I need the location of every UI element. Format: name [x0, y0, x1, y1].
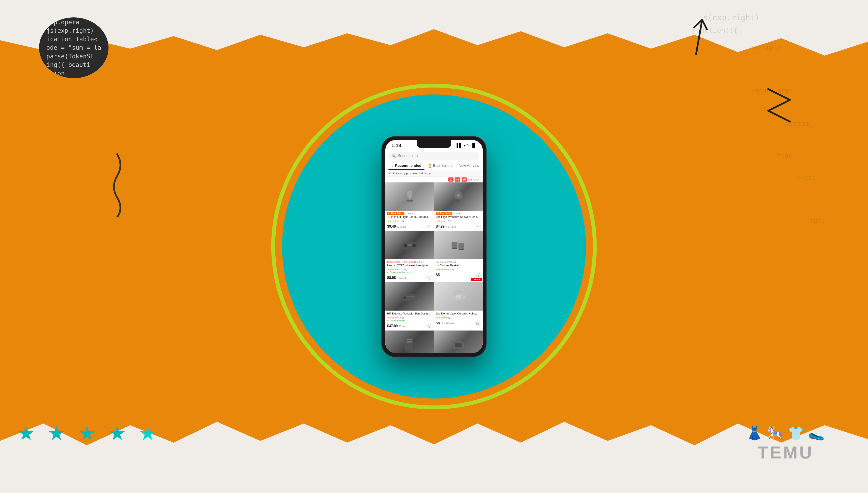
svg-point-6: [457, 194, 460, 197]
products-grid: #1 Best Seller in Lighting 10 Inch Fill …: [385, 183, 483, 353]
temu-icon-dress: 👗: [747, 426, 763, 441]
product-card-4[interactable]: in Home Storage & rty Clothes Basket,...…: [434, 231, 483, 282]
star-4: ★: [109, 424, 130, 445]
svg-rect-18: [407, 297, 415, 297]
sold-2: 9.1k+ sold: [446, 226, 456, 228]
shipping-text: Free shipping on first order: [392, 171, 431, 175]
svg-rect-22: [407, 339, 412, 340]
temu-text-label: TEMU: [757, 443, 814, 463]
price-4: $5: [436, 273, 440, 277]
bg-code-text-8: func: [810, 217, 825, 224]
shipping-checkmark: ✓: [388, 171, 391, 175]
stars-decoration: ★ ★ ★ ★ ★: [17, 424, 161, 445]
timer-area: 12 41 15 left today: [385, 176, 483, 183]
tab-new-arrivals-label: New Arrivals: [459, 164, 479, 168]
sold-6: 475 sold: [446, 322, 455, 325]
price-sold-2: $4.99 9.1k+ sold: [436, 224, 457, 229]
tab-recommended-label: Recommended: [395, 164, 421, 168]
cart-btn-6[interactable]: 🛒: [475, 320, 481, 326]
product-name-4: rty Clothes Basket,...: [436, 264, 481, 267]
cart-btn-1[interactable]: 🛒: [426, 223, 432, 230]
product-image-4: [434, 231, 483, 259]
svg-point-8: [404, 244, 407, 248]
badge-row-2: #3 Best Seller in Bath: [436, 212, 481, 215]
cart-btn-4[interactable]: 🛒: [475, 272, 481, 278]
product-image-3: [385, 231, 434, 259]
product-card-2[interactable]: #3 Best Seller in Bath 1pc High-Pressure…: [434, 183, 483, 231]
squiggle-decoration: [104, 152, 130, 217]
price-row-5: $37.99 76 sold 🛒: [387, 323, 432, 329]
direct-from-5: ✔ Direct from HP: [387, 319, 432, 322]
svg-rect-23: [407, 341, 412, 343]
product-card-7[interactable]: #1 Best Seller in Kitchen Storage... 1pc…: [385, 330, 434, 353]
review-count-3: (1,128): [399, 268, 407, 271]
sold-5: 76 sold: [398, 325, 406, 327]
tab-best-sellers-label: Best Sellers: [433, 164, 453, 168]
product-image-1: [385, 183, 434, 211]
product-image-6: [434, 282, 483, 310]
timer-minutes: 41: [455, 177, 460, 181]
search-bar[interactable]: 🔍 Best sellers: [388, 152, 480, 160]
product-card-5[interactable]: hp HP External Portable Slim Desig... ★★…: [385, 282, 434, 330]
stars-4: ★★★★★ (184): [436, 268, 481, 271]
bg-code-text-6: func: [777, 152, 792, 159]
cart-btn-3[interactable]: 🛒: [426, 275, 432, 281]
price-5: $37.99: [387, 324, 398, 328]
product-image-2: [434, 183, 483, 211]
product-card-8[interactable]: #4 Best Sell... Lenovo Th... ★★★★★ ✔ Dir…: [434, 330, 483, 353]
product-info-3: Special sale | Ends in 02:16:32:58 Lenov…: [385, 259, 434, 282]
product-image-8: [434, 330, 483, 353]
stars-3: ★★★★★ (1,128): [387, 268, 432, 271]
status-time: 1:18: [391, 143, 401, 148]
svg-point-3: [407, 190, 412, 199]
temu-icon-shirt: 👕: [788, 426, 804, 441]
cart-btn-5[interactable]: 🛒: [426, 323, 432, 329]
temu-logo: 👗 🎠 👕 🥿 TEMU: [747, 426, 825, 463]
svg-point-16: [404, 297, 406, 299]
price-sold-5: $37.99 76 sold: [387, 324, 407, 328]
sold-3: 345 sold: [397, 277, 406, 279]
tab-recommended[interactable]: ✓ Recommended: [388, 162, 425, 170]
best-seller-badge-2: #3 Best Seller: [436, 212, 453, 215]
svg-point-9: [412, 244, 416, 248]
product-card-1[interactable]: #1 Best Seller in Lighting 10 Inch Fill …: [385, 183, 434, 231]
svg-rect-5: [456, 199, 460, 202]
product-card-3[interactable]: Special sale | Ends in 02:16:32:58 Lenov…: [385, 231, 434, 282]
shipping-banner: ✓ Free shipping on first order: [385, 170, 483, 176]
price-sold-1: $9.49 724 sold: [387, 224, 406, 229]
timer-label: left today: [468, 178, 480, 181]
phone-screen: 1:18 ▌▌ ▾◠ ▐▌ 🔍 Best sellers ✓ Recommend…: [385, 140, 483, 353]
category-1: in Lighting: [405, 212, 415, 215]
direct-from-3: ✔ Direct from Lenovo: [387, 271, 432, 274]
battery-icon: ▐▌: [471, 143, 477, 148]
sold-1: 724 sold: [397, 226, 406, 228]
price-sold-6: $8.99 475 sold: [436, 321, 455, 325]
stars-2: ★★★★½ (551): [436, 219, 481, 222]
zigzag-decoration: [766, 87, 792, 126]
product-info-2: #3 Best Seller in Bath 1pc High-Pressure…: [434, 211, 483, 231]
temu-icons: 👗 🎠 👕 🥿: [747, 426, 825, 441]
temu-icon-shoe: 🥿: [808, 426, 825, 441]
svg-rect-2: [407, 200, 413, 201]
verified-icon-3: ✔: [387, 271, 389, 274]
bg-code-text-7: <<cri: [796, 174, 816, 181]
review-count-6: (53): [448, 317, 453, 319]
svg-rect-26: [452, 349, 465, 350]
price-3: $8.98: [387, 276, 396, 279]
product-name-2: 1pc High-Pressure Shower Head...: [436, 215, 481, 219]
cart-btn-2[interactable]: 🛒: [475, 223, 481, 230]
review-count-1: (16): [399, 220, 404, 222]
best-seller-badge-1: #1 Best Seller: [387, 212, 404, 215]
product-info-4: in Home Storage & rty Clothes Basket,...…: [434, 259, 483, 279]
verified-icon-5: ✔: [387, 319, 389, 322]
tab-best-sellers[interactable]: 🏆 Best Sellers: [425, 162, 456, 170]
bg-code-text-3: <script>: [750, 43, 781, 51]
price-row-6: $8.99 475 sold 🛒: [436, 320, 481, 326]
tab-new-arrivals[interactable]: New Arrivals: [456, 162, 482, 170]
product-info-1: #1 Best Seller in Lighting 10 Inch Fill …: [385, 211, 434, 231]
price-2: $4.99: [436, 224, 444, 228]
product-card-6[interactable]: 1pc Donut Vase, Ceramic Hollow... ★★★★★ …: [434, 282, 483, 330]
tab-check-icon: ✓: [391, 164, 394, 168]
price-6: $8.99: [436, 321, 444, 325]
star-1: ★: [17, 424, 39, 445]
